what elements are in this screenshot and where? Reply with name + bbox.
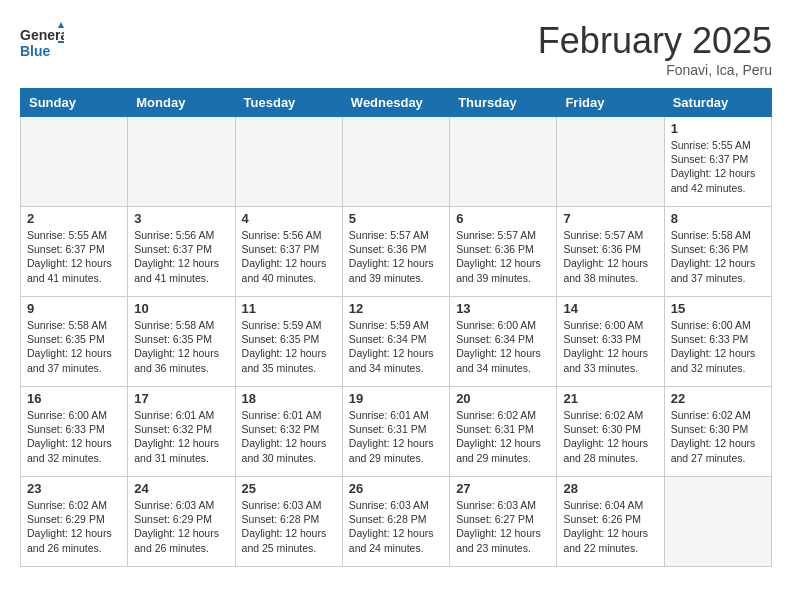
day-number: 20: [456, 391, 550, 406]
day-number: 2: [27, 211, 121, 226]
day-info: Sunrise: 6:01 AM Sunset: 6:31 PM Dayligh…: [349, 408, 443, 465]
calendar-table: SundayMondayTuesdayWednesdayThursdayFrid…: [20, 88, 772, 567]
day-info: Sunrise: 5:55 AM Sunset: 6:37 PM Dayligh…: [671, 138, 765, 195]
day-number: 28: [563, 481, 657, 496]
calendar-cell: 12Sunrise: 5:59 AM Sunset: 6:34 PM Dayli…: [342, 297, 449, 387]
calendar-cell: [342, 117, 449, 207]
day-number: 8: [671, 211, 765, 226]
calendar-cell: 22Sunrise: 6:02 AM Sunset: 6:30 PM Dayli…: [664, 387, 771, 477]
calendar-cell: [557, 117, 664, 207]
month-title: February 2025: [538, 20, 772, 62]
day-info: Sunrise: 6:02 AM Sunset: 6:30 PM Dayligh…: [563, 408, 657, 465]
day-info: Sunrise: 6:03 AM Sunset: 6:29 PM Dayligh…: [134, 498, 228, 555]
calendar-cell: 18Sunrise: 6:01 AM Sunset: 6:32 PM Dayli…: [235, 387, 342, 477]
svg-text:Blue: Blue: [20, 43, 51, 59]
day-info: Sunrise: 6:00 AM Sunset: 6:33 PM Dayligh…: [671, 318, 765, 375]
day-number: 10: [134, 301, 228, 316]
day-info: Sunrise: 6:00 AM Sunset: 6:33 PM Dayligh…: [563, 318, 657, 375]
calendar-cell: 4Sunrise: 5:56 AM Sunset: 6:37 PM Daylig…: [235, 207, 342, 297]
day-info: Sunrise: 5:58 AM Sunset: 6:35 PM Dayligh…: [134, 318, 228, 375]
day-info: Sunrise: 6:00 AM Sunset: 6:33 PM Dayligh…: [27, 408, 121, 465]
calendar-cell: 6Sunrise: 5:57 AM Sunset: 6:36 PM Daylig…: [450, 207, 557, 297]
day-info: Sunrise: 6:03 AM Sunset: 6:28 PM Dayligh…: [242, 498, 336, 555]
location: Fonavi, Ica, Peru: [538, 62, 772, 78]
day-info: Sunrise: 6:01 AM Sunset: 6:32 PM Dayligh…: [134, 408, 228, 465]
calendar-cell: 14Sunrise: 6:00 AM Sunset: 6:33 PM Dayli…: [557, 297, 664, 387]
day-number: 21: [563, 391, 657, 406]
logo: General Blue: [20, 20, 64, 64]
day-number: 16: [27, 391, 121, 406]
week-row-5: 23Sunrise: 6:02 AM Sunset: 6:29 PM Dayli…: [21, 477, 772, 567]
calendar-cell: [450, 117, 557, 207]
day-number: 5: [349, 211, 443, 226]
calendar-cell: 13Sunrise: 6:00 AM Sunset: 6:34 PM Dayli…: [450, 297, 557, 387]
day-info: Sunrise: 6:02 AM Sunset: 6:31 PM Dayligh…: [456, 408, 550, 465]
day-number: 6: [456, 211, 550, 226]
calendar-cell: 21Sunrise: 6:02 AM Sunset: 6:30 PM Dayli…: [557, 387, 664, 477]
day-info: Sunrise: 5:57 AM Sunset: 6:36 PM Dayligh…: [349, 228, 443, 285]
calendar-cell: 26Sunrise: 6:03 AM Sunset: 6:28 PM Dayli…: [342, 477, 449, 567]
calendar-cell: 3Sunrise: 5:56 AM Sunset: 6:37 PM Daylig…: [128, 207, 235, 297]
day-info: Sunrise: 5:58 AM Sunset: 6:35 PM Dayligh…: [27, 318, 121, 375]
day-info: Sunrise: 5:56 AM Sunset: 6:37 PM Dayligh…: [134, 228, 228, 285]
day-info: Sunrise: 5:56 AM Sunset: 6:37 PM Dayligh…: [242, 228, 336, 285]
calendar-cell: 16Sunrise: 6:00 AM Sunset: 6:33 PM Dayli…: [21, 387, 128, 477]
calendar-cell: 1Sunrise: 5:55 AM Sunset: 6:37 PM Daylig…: [664, 117, 771, 207]
day-number: 19: [349, 391, 443, 406]
calendar-cell: 23Sunrise: 6:02 AM Sunset: 6:29 PM Dayli…: [21, 477, 128, 567]
day-header-saturday: Saturday: [664, 89, 771, 117]
day-header-thursday: Thursday: [450, 89, 557, 117]
title-block: February 2025 Fonavi, Ica, Peru: [538, 20, 772, 78]
day-number: 27: [456, 481, 550, 496]
day-number: 9: [27, 301, 121, 316]
calendar-cell: 11Sunrise: 5:59 AM Sunset: 6:35 PM Dayli…: [235, 297, 342, 387]
day-number: 26: [349, 481, 443, 496]
day-number: 4: [242, 211, 336, 226]
day-number: 25: [242, 481, 336, 496]
calendar-cell: 28Sunrise: 6:04 AM Sunset: 6:26 PM Dayli…: [557, 477, 664, 567]
page-header: General Blue February 2025 Fonavi, Ica, …: [20, 20, 772, 78]
calendar-cell: 2Sunrise: 5:55 AM Sunset: 6:37 PM Daylig…: [21, 207, 128, 297]
day-header-tuesday: Tuesday: [235, 89, 342, 117]
week-row-3: 9Sunrise: 5:58 AM Sunset: 6:35 PM Daylig…: [21, 297, 772, 387]
day-info: Sunrise: 6:00 AM Sunset: 6:34 PM Dayligh…: [456, 318, 550, 375]
calendar-cell: 5Sunrise: 5:57 AM Sunset: 6:36 PM Daylig…: [342, 207, 449, 297]
day-info: Sunrise: 6:03 AM Sunset: 6:27 PM Dayligh…: [456, 498, 550, 555]
calendar-cell: 24Sunrise: 6:03 AM Sunset: 6:29 PM Dayli…: [128, 477, 235, 567]
calendar-cell: [128, 117, 235, 207]
day-info: Sunrise: 5:58 AM Sunset: 6:36 PM Dayligh…: [671, 228, 765, 285]
day-number: 18: [242, 391, 336, 406]
day-info: Sunrise: 5:57 AM Sunset: 6:36 PM Dayligh…: [563, 228, 657, 285]
day-number: 22: [671, 391, 765, 406]
day-number: 1: [671, 121, 765, 136]
calendar-cell: 8Sunrise: 5:58 AM Sunset: 6:36 PM Daylig…: [664, 207, 771, 297]
day-info: Sunrise: 5:57 AM Sunset: 6:36 PM Dayligh…: [456, 228, 550, 285]
day-number: 3: [134, 211, 228, 226]
day-number: 15: [671, 301, 765, 316]
week-row-2: 2Sunrise: 5:55 AM Sunset: 6:37 PM Daylig…: [21, 207, 772, 297]
calendar-cell: 9Sunrise: 5:58 AM Sunset: 6:35 PM Daylig…: [21, 297, 128, 387]
calendar-cell: 10Sunrise: 5:58 AM Sunset: 6:35 PM Dayli…: [128, 297, 235, 387]
day-info: Sunrise: 6:04 AM Sunset: 6:26 PM Dayligh…: [563, 498, 657, 555]
day-header-sunday: Sunday: [21, 89, 128, 117]
day-info: Sunrise: 6:03 AM Sunset: 6:28 PM Dayligh…: [349, 498, 443, 555]
week-row-1: 1Sunrise: 5:55 AM Sunset: 6:37 PM Daylig…: [21, 117, 772, 207]
calendar-cell: 15Sunrise: 6:00 AM Sunset: 6:33 PM Dayli…: [664, 297, 771, 387]
day-number: 14: [563, 301, 657, 316]
day-number: 24: [134, 481, 228, 496]
calendar-cell: 27Sunrise: 6:03 AM Sunset: 6:27 PM Dayli…: [450, 477, 557, 567]
calendar-header-row: SundayMondayTuesdayWednesdayThursdayFrid…: [21, 89, 772, 117]
day-header-friday: Friday: [557, 89, 664, 117]
day-info: Sunrise: 5:59 AM Sunset: 6:34 PM Dayligh…: [349, 318, 443, 375]
calendar-cell: [664, 477, 771, 567]
day-header-wednesday: Wednesday: [342, 89, 449, 117]
calendar-cell: [235, 117, 342, 207]
calendar-cell: 20Sunrise: 6:02 AM Sunset: 6:31 PM Dayli…: [450, 387, 557, 477]
svg-marker-2: [58, 22, 64, 28]
calendar-cell: 19Sunrise: 6:01 AM Sunset: 6:31 PM Dayli…: [342, 387, 449, 477]
calendar-cell: 17Sunrise: 6:01 AM Sunset: 6:32 PM Dayli…: [128, 387, 235, 477]
day-number: 23: [27, 481, 121, 496]
day-number: 13: [456, 301, 550, 316]
calendar-cell: [21, 117, 128, 207]
logo-icon: General Blue: [20, 20, 64, 64]
